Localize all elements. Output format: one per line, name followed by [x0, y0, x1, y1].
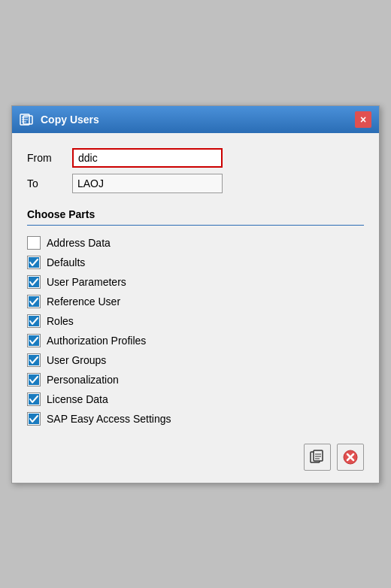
copy-users-dialog: Copy Users × From To Choose Parts Addr: [11, 105, 380, 483]
copy-button[interactable]: [304, 444, 331, 471]
choose-parts-title: Choose Parts: [27, 208, 364, 220]
sap-easy-access-checkbox[interactable]: [27, 412, 41, 426]
cancel-button[interactable]: [337, 444, 364, 471]
list-item: User Parameters: [27, 272, 364, 292]
to-input[interactable]: [72, 174, 223, 193]
list-item: Authorization Profiles: [27, 331, 364, 350]
section-divider: [27, 225, 364, 226]
title-bar: Copy Users ×: [12, 106, 379, 133]
roles-label: Roles: [47, 315, 74, 327]
user-parameters-checkbox[interactable]: [27, 275, 41, 289]
from-label: From: [27, 152, 72, 164]
form-section: From To: [27, 148, 364, 193]
list-item: Reference User: [27, 292, 364, 311]
defaults-checkbox[interactable]: [27, 256, 41, 269]
list-item: Roles: [27, 311, 364, 331]
reference-user-label: Reference User: [47, 296, 120, 308]
list-item: Defaults: [27, 253, 364, 272]
personalization-label: Personalization: [47, 374, 119, 386]
from-input[interactable]: [72, 148, 223, 168]
list-item: SAP Easy Access Settings: [27, 409, 364, 429]
from-row: From: [27, 148, 364, 168]
close-button[interactable]: ×: [355, 111, 371, 128]
license-data-checkbox[interactable]: [27, 393, 41, 406]
dialog-icon: [20, 114, 35, 126]
list-item: License Data: [27, 389, 364, 409]
svg-rect-15: [314, 450, 323, 461]
list-item: User Groups: [27, 350, 364, 370]
sap-easy-access-label: SAP Easy Access Settings: [47, 413, 171, 425]
personalization-checkbox[interactable]: [27, 373, 41, 386]
roles-checkbox[interactable]: [27, 314, 41, 328]
user-groups-checkbox[interactable]: [27, 353, 41, 367]
address-data-label: Address Data: [47, 237, 111, 249]
defaults-label: Defaults: [47, 256, 85, 268]
license-data-label: License Data: [47, 393, 108, 405]
list-item: Address Data: [27, 233, 364, 253]
to-label: To: [27, 177, 72, 189]
user-groups-label: User Groups: [47, 354, 106, 366]
dialog-footer: [12, 436, 379, 483]
authorization-profiles-label: Authorization Profiles: [47, 335, 146, 347]
reference-user-checkbox[interactable]: [27, 295, 41, 308]
to-row: To: [27, 174, 364, 193]
dialog-content: From To Choose Parts Address Data: [12, 133, 379, 436]
dialog-title: Copy Users: [41, 114, 99, 126]
authorization-profiles-checkbox[interactable]: [27, 334, 41, 347]
address-data-checkbox[interactable]: [27, 236, 41, 250]
choose-parts-section: Choose Parts Address Data Defaults: [27, 208, 364, 429]
list-item: Personalization: [27, 370, 364, 389]
user-parameters-label: User Parameters: [47, 276, 126, 288]
